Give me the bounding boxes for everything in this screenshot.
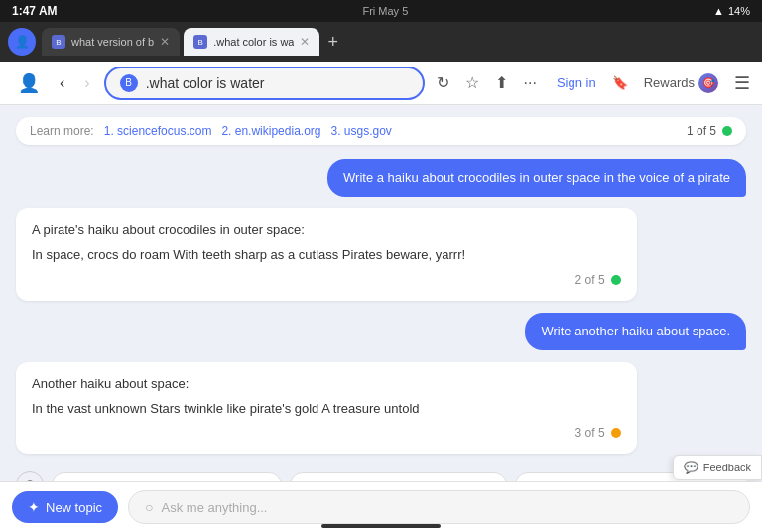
- main-content: Learn more: 1. sciencefocus.com 2. en.wi…: [0, 105, 762, 532]
- share-button[interactable]: ⬆: [491, 69, 512, 96]
- search-favicon: B: [120, 74, 138, 92]
- feedback-button[interactable]: 💬 Feedback: [673, 455, 762, 480]
- tab-title-2: .what color is wa: [213, 36, 294, 48]
- ai-message-2-text: In the vast unknown Stars twinkle like p…: [32, 399, 621, 419]
- search-bar[interactable]: B .what color is water: [104, 66, 425, 100]
- tab-2[interactable]: B .what color is wa ✕: [184, 28, 319, 56]
- learn-more-link-1[interactable]: 1. sciencefocus.com: [104, 124, 212, 138]
- ai-message-1-text: In space, crocs do roam With teeth sharp…: [32, 245, 621, 265]
- battery-icon: 14%: [728, 5, 750, 17]
- user-message-2: Write another haiku about space.: [525, 313, 746, 350]
- tab-favicon-1: B: [52, 35, 65, 49]
- tab-close-2[interactable]: ✕: [300, 35, 310, 49]
- refresh-button[interactable]: ↻: [433, 69, 453, 96]
- tab-bar: B what version of b ✕ B .what color is w…: [42, 28, 754, 56]
- learn-more-bar: Learn more: 1. sciencefocus.com 2. en.wi…: [16, 117, 746, 145]
- sign-in-icon: 🔖: [612, 75, 628, 90]
- new-topic-button[interactable]: ✦ New topic: [12, 491, 118, 523]
- nav-profile-button[interactable]: 👤: [12, 68, 46, 98]
- user-message-1-row: Write a haiku about crocodiles in outer …: [16, 159, 746, 197]
- status-bar: 1:47 AM Fri May 5 ▲ 14%: [0, 0, 762, 22]
- back-button[interactable]: ‹: [54, 70, 70, 96]
- tab-title-1: what version of b: [71, 36, 154, 48]
- new-tab-button[interactable]: +: [323, 32, 342, 53]
- tab-1[interactable]: B what version of b ✕: [42, 28, 180, 56]
- browser-chrome: 👤 B what version of b ✕ B .what color is…: [0, 22, 762, 62]
- nav-actions: ↻ ☆ ⬆ ··· Sign in 🔖 Rewards 🎯 ☰: [433, 69, 750, 97]
- page-indicator-1: 1 of 5: [687, 124, 732, 138]
- ai-message-1-footer: 2 of 5: [32, 273, 621, 287]
- learn-more-link-2[interactable]: 2. en.wikipedia.org: [221, 124, 320, 138]
- profile-icon[interactable]: 👤: [8, 28, 36, 56]
- tab-close-1[interactable]: ✕: [160, 35, 170, 49]
- ai-message-2-footer: 3 of 5: [32, 426, 621, 440]
- ai-message-2-title: Another haiku about space:: [32, 376, 621, 391]
- forward-button[interactable]: ›: [78, 70, 95, 96]
- status-day: Fri May 5: [362, 5, 408, 17]
- ai-message-1-title: A pirate's haiku about crocodiles in out…: [32, 222, 621, 237]
- wifi-icon: ▲: [713, 5, 724, 17]
- bookmark-button[interactable]: ☆: [461, 69, 483, 96]
- ask-placeholder: Ask me anything...: [162, 500, 268, 515]
- ask-input-area[interactable]: ○ Ask me anything...: [128, 490, 750, 524]
- status-dot-2: [611, 428, 621, 438]
- user-message-1: Write a haiku about crocodiles in outer …: [327, 159, 746, 197]
- home-indicator: [321, 524, 441, 528]
- rewards-button[interactable]: Rewards 🎯: [636, 69, 726, 97]
- more-menu-button[interactable]: ···: [520, 70, 541, 96]
- tab-favicon-2: B: [193, 35, 207, 49]
- page-num-2: 3 of 5: [575, 426, 605, 440]
- rewards-icon: 🎯: [698, 73, 718, 93]
- learn-more-label: Learn more:: [30, 124, 94, 138]
- status-time: 1:47 AM: [12, 4, 58, 18]
- chat-area: Write a haiku about crocodiles in outer …: [16, 159, 746, 499]
- feedback-icon: 💬: [684, 461, 698, 474]
- ai-message-1: A pirate's haiku about crocodiles in out…: [16, 208, 637, 301]
- new-topic-icon: ✦: [28, 499, 40, 515]
- hamburger-icon[interactable]: ☰: [734, 72, 750, 94]
- ask-icon: ○: [145, 499, 153, 515]
- status-dot-green: [722, 126, 732, 136]
- learn-more-link-3[interactable]: 3. usgs.gov: [330, 124, 391, 138]
- user-message-2-row: Write another haiku about space.: [16, 313, 746, 350]
- sign-in-button[interactable]: Sign in: [549, 71, 604, 94]
- page-num-1: 2 of 5: [575, 273, 605, 287]
- status-dot-1: [611, 275, 621, 285]
- ai-message-2: Another haiku about space: In the vast u…: [16, 362, 637, 455]
- status-icons: ▲ 14%: [713, 5, 750, 17]
- nav-bar: 👤 ‹ › B .what color is water ↻ ☆ ⬆ ··· S…: [0, 62, 762, 105]
- search-text: .what color is water: [146, 75, 265, 91]
